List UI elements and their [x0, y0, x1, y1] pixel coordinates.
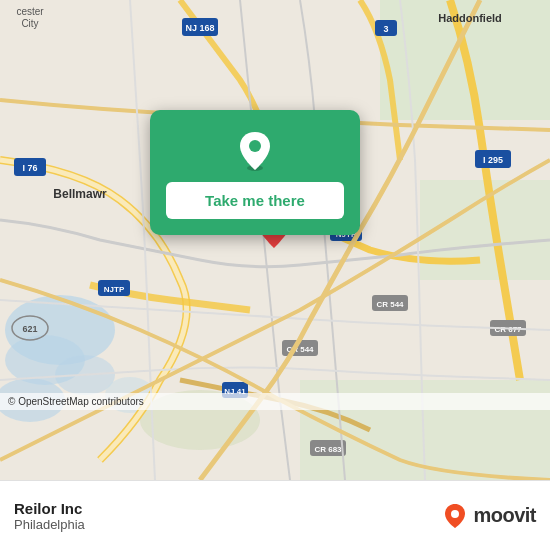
popup-card: Take me there	[150, 110, 360, 235]
attribution-bar: © OpenStreetMap contributors	[0, 393, 550, 410]
svg-text:NJTP: NJTP	[104, 285, 125, 294]
svg-text:3: 3	[383, 24, 388, 34]
location-name: Reilor Inc	[14, 500, 441, 517]
svg-text:CR 544: CR 544	[376, 300, 404, 309]
take-me-there-button[interactable]: Take me there	[166, 182, 344, 219]
svg-text:621: 621	[22, 324, 37, 334]
svg-point-41	[249, 140, 261, 152]
attribution-text: © OpenStreetMap contributors	[8, 396, 144, 407]
moovit-logo: moovit	[441, 502, 536, 530]
svg-text:CR 683: CR 683	[314, 445, 342, 454]
svg-text:City: City	[21, 18, 38, 29]
svg-text:I 76: I 76	[22, 163, 37, 173]
svg-point-42	[451, 510, 459, 518]
svg-text:Bellmawr: Bellmawr	[53, 187, 107, 201]
bottom-bar: Reilor Inc Philadelphia moovit	[0, 480, 550, 550]
location-text: Reilor Inc Philadelphia	[14, 500, 441, 532]
svg-text:NJ 168: NJ 168	[185, 23, 214, 33]
moovit-pin-icon	[441, 502, 469, 530]
moovit-text: moovit	[473, 504, 536, 527]
location-pin-icon	[233, 128, 277, 172]
map-container: I 76 NJ 168 3 I 295 NJTP NJTP NJ 41 CR 5…	[0, 0, 550, 480]
svg-text:cester: cester	[16, 6, 44, 17]
svg-text:I 295: I 295	[483, 155, 503, 165]
svg-rect-7	[420, 180, 550, 280]
svg-text:Haddonfield: Haddonfield	[438, 12, 502, 24]
location-city: Philadelphia	[14, 517, 441, 532]
